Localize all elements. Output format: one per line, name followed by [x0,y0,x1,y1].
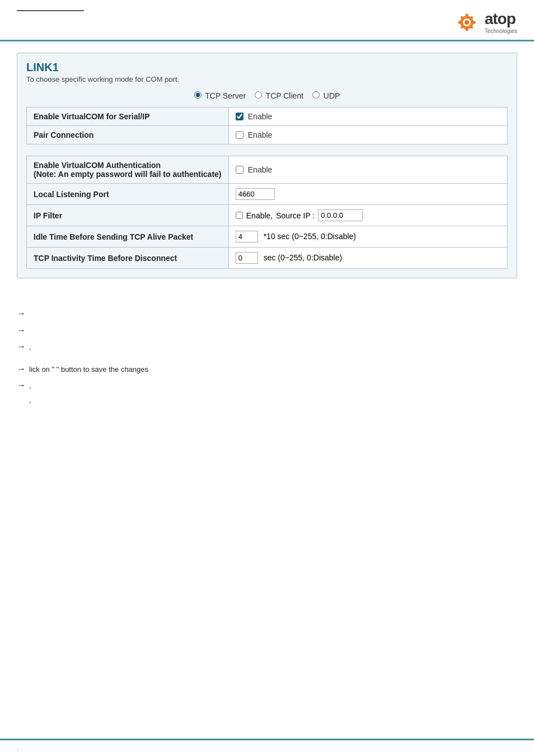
row-label-inactivity: TCP Inactivity Time Before Disconnect [27,248,229,269]
main-content: LINK1 To choose specific working mode fo… [0,41,534,306]
row-value-idle-time: *10 sec (0~255, 0:Disable) [228,226,507,248]
table-row: Enable VirtualCOM for Serial/IP Enable [27,108,508,126]
logo-text-group: atop Technologies [485,10,517,34]
auth-check-label[interactable]: Enable [236,165,500,174]
mode-radio-group: TCP Server TCP Client UDP [26,91,508,100]
source-ip-input[interactable] [318,209,363,221]
arrow-text-4: lick on " " button to save the changes [29,364,148,376]
idle-time-input[interactable] [236,231,258,242]
arrow-item-5: → , [17,378,517,393]
link1-subtitle: To choose specific working mode for COM … [26,75,508,83]
svg-point-2 [465,20,469,25]
config-table-2: Enable VirtualCOM Authentication (Note: … [26,156,508,269]
arrow-icon-5: → [17,378,26,393]
virtualcom-check-label[interactable]: Enable [236,112,500,121]
header-line [17,10,84,11]
radio-tcp-server[interactable] [194,91,202,99]
row-value-local-port [228,184,507,205]
radio-tcp-client[interactable] [255,91,262,99]
virtualcom-enable-label: Enable [248,112,273,121]
row-label-virtualcom: Enable VirtualCOM for Serial/IP [27,108,229,126]
arrow-item-2: → [17,323,517,338]
table-row: Idle Time Before Sending TCP Alive Packe… [27,226,508,248]
radio-tcp-client-label[interactable]: TCP Client [255,91,306,100]
table-row: Local Listening Port [27,184,508,205]
table-row: Pair Connection Enable [27,126,508,144]
svg-point-5 [458,21,461,24]
svg-point-6 [472,21,475,24]
table-row: Enable VirtualCOM Authentication (Note: … [27,156,508,184]
ip-filter-enable-label: Enable, [246,211,273,220]
row-label-auth: Enable VirtualCOM Authentication (Note: … [27,156,229,184]
svg-point-4 [465,28,468,31]
link1-title: LINK1 [26,61,508,74]
row-label-pair: Pair Connection [27,126,229,144]
arrow-icon-2: → [17,323,26,338]
arrow-item-3: → , [17,339,517,354]
arrow-text-3: , [29,342,31,353]
arrow-text-5: , [29,380,31,392]
radio-udp-label[interactable]: UDP [312,91,340,100]
local-port-input[interactable] [236,188,275,200]
row-value-auth: Enable [228,156,507,184]
inactivity-time-input[interactable] [236,252,258,264]
ip-filter-cell: Enable, Source IP : [236,209,500,221]
logo-area: atop Technologies [457,10,517,34]
source-ip-label: Source IP : [276,211,315,220]
page-footer: , [0,739,534,756]
svg-point-10 [471,26,473,29]
virtualcom-checkbox[interactable] [236,113,243,120]
row-label-local-port: Local Listening Port [27,184,229,205]
radio-udp[interactable] [312,91,320,99]
arrow-section: → → → , → lick on " " button to save the… [0,306,534,407]
arrow-icon-3: → [17,339,26,354]
arrow-text-indent: , [29,395,31,407]
logo-sub: Technologies [485,28,517,34]
idle-time-suffix: *10 sec (0~255, 0:Disable) [264,232,356,241]
arrow-item-4: → lick on " " button to save the changes [17,362,517,376]
arrow-item-1: → [17,306,517,321]
config-table-1: Enable VirtualCOM for Serial/IP Enable P… [26,107,508,144]
pair-check-label[interactable]: Enable [236,130,500,139]
header-left [17,10,84,13]
arrow-icon-4: → [17,362,26,376]
svg-point-7 [461,16,463,18]
row-label-ip-filter: IP Filter [27,205,229,226]
arrow-item-6: , [17,395,517,407]
link1-box: LINK1 To choose specific working mode fo… [17,53,517,278]
row-value-virtualcom: Enable [228,108,507,126]
pair-enable-label: Enable [248,130,273,139]
svg-point-3 [465,13,468,16]
inactivity-time-suffix: sec (0~255, 0:Disable) [264,253,342,262]
row-label-idle-time: Idle Time Before Sending TCP Alive Packe… [27,226,229,248]
auth-checkbox[interactable] [236,166,243,174]
auth-enable-label: Enable [248,165,273,174]
table-row: IP Filter Enable, Source IP : [27,205,508,226]
svg-point-8 [471,16,473,18]
ip-filter-checkbox[interactable] [236,212,243,219]
page-header: atop Technologies [0,0,534,41]
radio-tcp-server-label[interactable]: TCP Server [194,91,248,100]
arrow-icon-1: → [17,306,26,321]
table-row: TCP Inactivity Time Before Disconnect se… [27,248,508,269]
logo-icon [457,12,481,32]
logo-text: atop [485,10,516,27]
svg-point-9 [461,26,463,29]
footer-text: , [17,745,18,752]
pair-checkbox[interactable] [236,131,243,139]
row-value-pair: Enable [228,126,507,144]
row-value-ip-filter: Enable, Source IP : [228,205,507,226]
row-value-inactivity: sec (0~255, 0:Disable) [228,248,507,269]
